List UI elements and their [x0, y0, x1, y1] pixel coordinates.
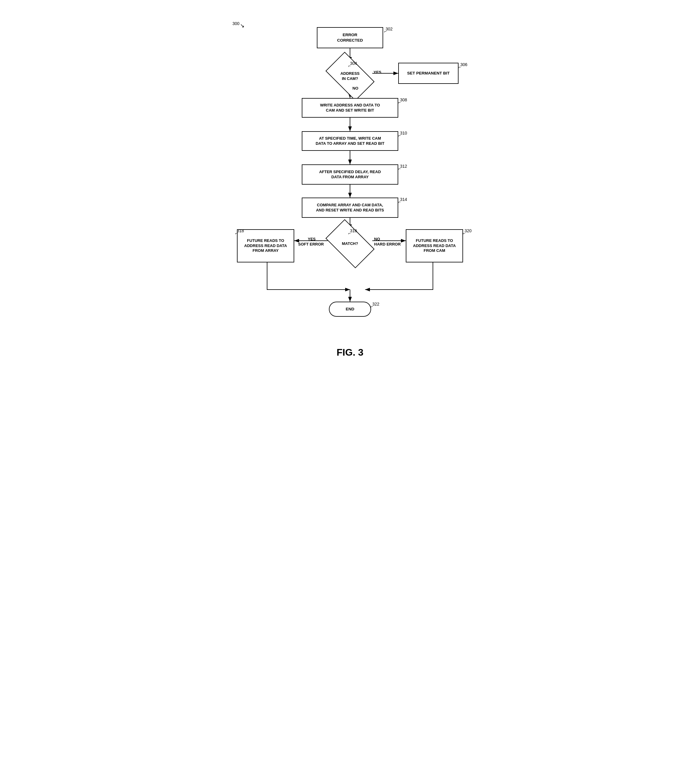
ref-302-label: 302 [386, 26, 393, 31]
ref-312-label: 312 [400, 164, 407, 169]
no-label-304: NO [352, 86, 358, 91]
ref-318-label: 318 [237, 228, 244, 233]
ref-306-label: 306 [461, 62, 467, 67]
yes-label-316: YES [308, 237, 315, 241]
page-container: 300 ↘ [215, 6, 485, 376]
figure-label: FIG. 3 [220, 347, 480, 358]
box-320: FUTURE READS TO ADDRESS READ DATA FROM C… [406, 229, 463, 263]
box-308: WRITE ADDRESS AND DATA TO CAM AND SET WR… [302, 98, 398, 117]
soft-error-label: SOFT ERROR [298, 242, 324, 246]
yes-label-304: YES [373, 70, 381, 74]
diagram-area: ERROR CORRECTED 302 ⌐ ADDRESS IN CAM? 30… [220, 18, 480, 335]
diamond-304-text: ADDRESS IN CAM? [335, 71, 365, 81]
ref-320-label: 320 [465, 228, 472, 233]
end-322: END [329, 302, 371, 317]
box-302: ERROR CORRECTED [317, 27, 383, 48]
ref-314-label: 314 [400, 197, 407, 202]
ref-310-label: 310 [400, 131, 407, 136]
ref-316-label: 316 [350, 228, 357, 233]
ref-322-label: 322 [372, 302, 379, 306]
ref-308-label: 308 [400, 98, 407, 102]
box-310: AT SPECIFIED TIME, WRITE CAM DATA TO ARR… [302, 131, 398, 151]
ref-304-label: 304 [350, 61, 357, 66]
box-314: COMPARE ARRAY AND CAM DATA, AND RESET WR… [302, 198, 398, 218]
box-312: AFTER SPECIFIED DELAY, READ DATA FROM AR… [302, 164, 398, 185]
no-label-316: NO [374, 237, 380, 241]
box-306: SET PERMANENT BIT [398, 63, 459, 84]
hard-error-label: HARD ERROR [374, 242, 401, 246]
box-318: FUTURE READS TO ADDRESS READ DATA FROM A… [237, 229, 294, 263]
diamond-316-text: MATCH? [335, 241, 365, 246]
